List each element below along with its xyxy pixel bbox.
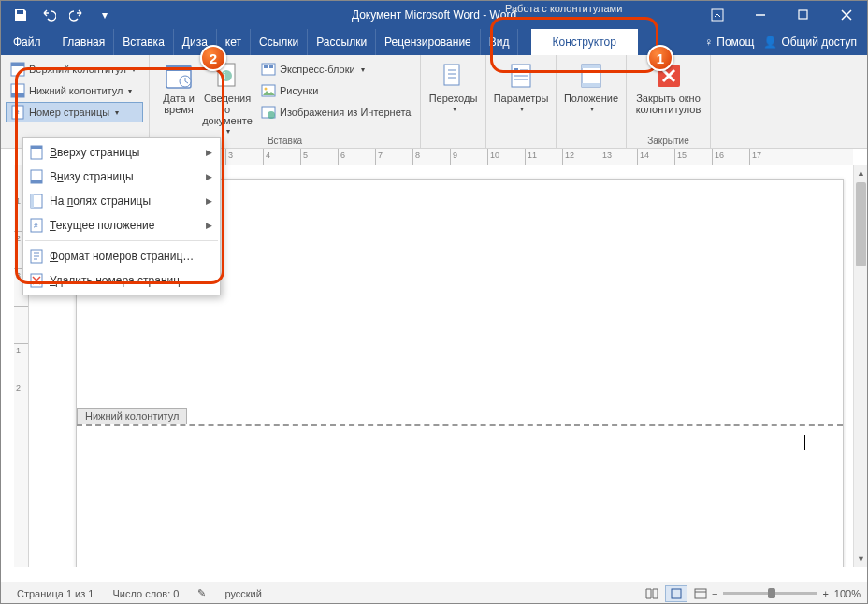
- ribbon-display-icon[interactable]: [696, 0, 739, 29]
- format-icon: [29, 249, 44, 264]
- read-mode-button[interactable]: [641, 585, 663, 602]
- menu-remove-page-numbers[interactable]: Удалить номера страниц: [23, 268, 220, 293]
- svg-point-13: [221, 70, 232, 81]
- tab-references[interactable]: Ссылки: [251, 29, 308, 55]
- svg-rect-6: [11, 93, 24, 97]
- view-buttons: [641, 585, 712, 602]
- svg-point-19: [265, 88, 268, 91]
- minimize-button[interactable]: [739, 0, 782, 29]
- tab-file[interactable]: Файл: [0, 29, 54, 55]
- svg-rect-15: [262, 64, 275, 75]
- group-header-footer: Верхний колонтитул Нижний колонтитул #Но…: [0, 55, 150, 148]
- annotation-badge-2: 2: [200, 45, 226, 71]
- scroll-thumb[interactable]: [856, 182, 866, 266]
- tell-me[interactable]: ♀Помощ: [704, 36, 754, 49]
- zoom-level[interactable]: 100%: [834, 588, 861, 599]
- scroll-down-icon[interactable]: ▼: [854, 552, 868, 567]
- zoom-out-button[interactable]: −: [712, 588, 717, 599]
- vertical-scrollbar[interactable]: ▲ ▼: [853, 165, 868, 567]
- online-picture-icon: [261, 105, 276, 120]
- svg-text:#: #: [15, 108, 20, 117]
- page-current-icon: #: [29, 218, 44, 233]
- window-controls: [696, 0, 868, 29]
- position-icon: [576, 61, 606, 91]
- svg-rect-24: [514, 68, 518, 72]
- menu-format-page-numbers[interactable]: Формат номеров страниц…: [23, 244, 220, 268]
- options-button[interactable]: Параметры: [492, 59, 550, 116]
- submenu-arrow-icon: ▶: [206, 221, 212, 230]
- svg-point-21: [268, 111, 275, 119]
- header-button[interactable]: Верхний колонтитул: [6, 59, 143, 79]
- header-icon: [10, 62, 25, 77]
- redo-button[interactable]: [64, 4, 90, 26]
- text-cursor: [804, 435, 805, 450]
- menu-current-position[interactable]: #Текущее положение▶: [23, 213, 220, 237]
- tab-mailings[interactable]: Рассылки: [308, 29, 376, 55]
- lightbulb-icon: ♀: [704, 36, 713, 49]
- position-button[interactable]: Положение: [562, 59, 620, 116]
- status-language[interactable]: русский: [215, 588, 270, 599]
- zoom-in-button[interactable]: +: [822, 588, 828, 599]
- page-number-menu: Вверху страницы▶ Внизу страницы▶ На поля…: [22, 137, 221, 295]
- navigation-button[interactable]: Переходы: [427, 59, 480, 116]
- print-layout-button[interactable]: [665, 585, 687, 602]
- footer-boundary: [77, 424, 843, 426]
- remove-icon: [29, 273, 44, 288]
- quickparts-icon: [261, 62, 276, 77]
- svg-rect-30: [31, 146, 42, 149]
- save-button[interactable]: [7, 4, 34, 26]
- group-insert: Дата и время i Сведения о документе Эксп…: [150, 55, 421, 148]
- ribbon-tabs: Файл Главная Вставка Диза кет Ссылки Рас…: [0, 29, 868, 55]
- page-top-icon: [29, 145, 44, 160]
- svg-rect-17: [269, 65, 273, 68]
- online-pictures-button[interactable]: Изображения из Интернета: [256, 102, 415, 122]
- svg-rect-22: [444, 65, 459, 85]
- submenu-arrow-icon: ▶: [206, 196, 212, 206]
- pictures-button[interactable]: Рисунки: [256, 80, 415, 101]
- datetime-button[interactable]: Дата и время: [155, 59, 202, 138]
- menu-separator: [25, 240, 218, 241]
- submenu-arrow-icon: ▶: [206, 148, 212, 157]
- svg-rect-26: [582, 65, 600, 68]
- svg-rect-39: [672, 589, 681, 598]
- tab-insert[interactable]: Вставка: [114, 29, 174, 55]
- maximize-button[interactable]: [782, 0, 825, 29]
- tab-home[interactable]: Главная: [54, 29, 115, 55]
- svg-rect-4: [11, 63, 24, 66]
- page-bottom-icon: [29, 169, 44, 184]
- svg-rect-16: [264, 65, 268, 68]
- menu-bottom-of-page[interactable]: Внизу страницы▶: [23, 165, 220, 189]
- web-layout-button[interactable]: [689, 585, 712, 602]
- undo-button[interactable]: [36, 4, 62, 26]
- zoom-slider[interactable]: [723, 592, 817, 595]
- menu-page-margins[interactable]: На полях страницы▶: [23, 189, 220, 213]
- status-page[interactable]: Страница 1 из 1: [7, 588, 103, 599]
- menu-top-of-page[interactable]: Вверху страницы▶: [23, 140, 220, 165]
- picture-icon: [261, 83, 276, 98]
- qat-customize[interactable]: ▾: [92, 4, 118, 26]
- svg-text:i: i: [224, 71, 225, 81]
- tab-review[interactable]: Рецензирование: [376, 29, 481, 55]
- share-button[interactable]: 👤Общий доступ: [763, 36, 857, 49]
- status-words[interactable]: Число слов: 0: [103, 588, 188, 599]
- close-button[interactable]: [825, 0, 868, 29]
- calendar-icon: [164, 61, 194, 91]
- footer-button[interactable]: Нижний колонтитул: [6, 80, 143, 101]
- page-number-button[interactable]: #Номер страницы: [6, 102, 143, 122]
- tab-view[interactable]: Вид: [481, 29, 519, 55]
- ribbon: Верхний колонтитул Нижний колонтитул #Но…: [0, 55, 868, 149]
- quickparts-button[interactable]: Экспресс-блоки: [256, 59, 415, 79]
- group-position: Положение: [557, 55, 627, 148]
- tab-design-contextual[interactable]: Конструктор: [531, 29, 637, 55]
- footer-tag[interactable]: Нижний колонтитул: [77, 408, 187, 424]
- annotation-badge-1: 1: [647, 45, 673, 71]
- group-navigation: Переходы: [421, 55, 486, 148]
- zoom-control: − + 100%: [712, 588, 861, 599]
- scroll-up-icon[interactable]: ▲: [854, 165, 868, 180]
- svg-rect-2: [799, 10, 807, 19]
- page-number-icon: #: [10, 105, 25, 120]
- svg-rect-10: [166, 65, 191, 71]
- svg-rect-27: [582, 83, 600, 87]
- svg-rect-32: [31, 180, 42, 183]
- proofing-icon[interactable]: ✎: [188, 587, 215, 599]
